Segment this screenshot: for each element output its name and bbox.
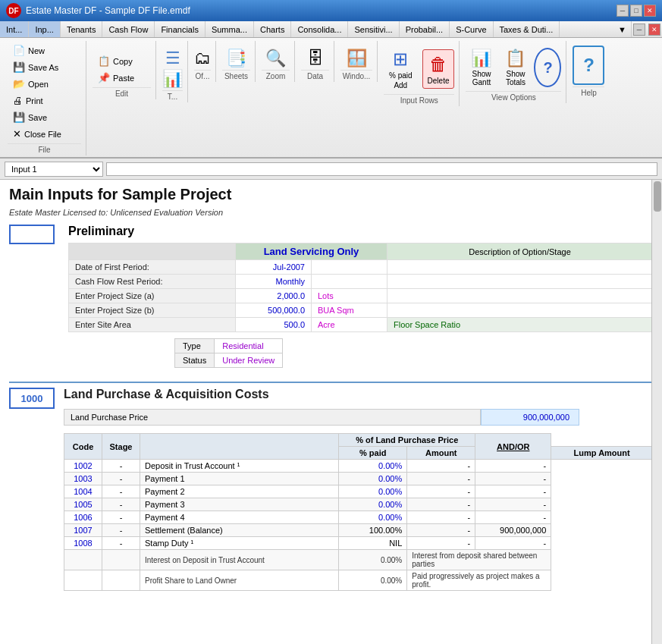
table-row: Cash Flow Rest Period: Monthly [69,275,653,289]
menu-taxes[interactable]: Taxes & Duti... [494,21,560,37]
window-group-label: Windo... [340,70,372,80]
paste-button[interactable]: 📌 Paste [93,70,140,86]
of-icon[interactable]: 📊 [162,69,183,89]
menu-int[interactable]: Int... [0,21,29,37]
title-bar: DF Estate Master DF - Sample DF File.emd… [0,0,662,21]
window-icon[interactable]: 🪟 [347,49,367,68]
copy-button[interactable]: 📋 Copy [93,53,138,69]
show-totals-button[interactable]: 📋 ShowTotals [500,46,531,90]
closefile-button[interactable]: ✕ Close File [8,126,67,142]
table-row: 1002 - Deposit in Trust Account ¹ 0.00% … [64,460,653,473]
add-row-button[interactable]: ⊞ % paid Add [384,46,418,93]
acquisition-table: Code Stage % of Land Purchase Price AND/… [64,433,653,591]
t-group-label: T... [162,90,183,101]
type-status-table: Type Residential Status Under Review [174,338,283,368]
table-row: Enter Site Area 500.0 Acre Floor Space R… [69,318,653,332]
delete-row-button[interactable]: 🗑 Delete [422,49,455,89]
title-bar-left: DF Estate Master DF - Sample DF File.emd… [6,3,190,18]
scrollbar-thumb[interactable] [654,181,661,212]
prelim-blank-input[interactable] [9,225,55,244]
viewoptions-group-label: View Options [466,91,561,102]
file-group-label: File [8,143,81,154]
of-btn[interactable]: 🗂 [194,49,211,68]
ribbon-group-viewoptions: 📊 ShowGantt 📋 ShowTotals ? View Options [461,41,566,103]
table-row: 1007 - Settlement (Balance) 100.00% - 90… [64,524,653,537]
save-button[interactable]: 💾 Save [8,109,52,125]
zoom-icon[interactable]: 🔍 [265,49,286,68]
t-icon[interactable]: ☰ [165,49,180,68]
new-button[interactable]: 📄 New [8,42,50,58]
sheets-group-label: Sheets [222,70,250,80]
page-title: Main Inputs for Sample Project [9,186,653,203]
totals-icon: 📋 [505,49,526,68]
col-stage: Stage [102,434,140,460]
restore-button[interactable]: □ [630,5,642,17]
app-title: Estate Master DF - Sample DF File.emdf [26,5,190,16]
ribbon-group-edit: 📋 Copy 📌 Paste Edit [88,41,156,99]
doc-minimize-button[interactable]: ─ [633,24,645,36]
table-row: 1005 - Payment 3 0.00% - - [64,498,653,511]
preliminary-table: Land Servicing Only Description of Optio… [68,243,653,332]
menu-financials[interactable]: Financials [155,21,206,37]
close-button[interactable]: ✕ [644,5,656,17]
pct-paid-header: % paid [339,447,407,460]
table-row: Status Under Review [175,353,283,368]
saveas-button[interactable]: 💾 Save As [8,59,64,75]
edit-group-label: Edit [93,87,151,98]
table-row: Type Residential [175,339,283,353]
closefile-icon: ✕ [13,128,21,140]
preliminary-title: Preliminary [68,225,653,238]
gantt-icon: 📊 [471,49,491,68]
pct-land-header: % of Land Purchase Price [339,434,475,447]
menu-charts[interactable]: Charts [254,21,291,37]
toolbar-area: Input 1 Input 2 Input 3 [0,159,662,180]
app-icon: DF [6,3,21,18]
menu-sensitivity[interactable]: Sensitivi... [348,21,399,37]
menu-scurve[interactable]: S-Curve [450,21,493,37]
save-icon: 💾 [13,112,25,123]
delete-label: Delete [428,77,450,85]
help-button[interactable]: ? [534,48,561,87]
menu-restore[interactable]: ▼ [613,21,632,37]
print-button[interactable]: 🖨 Print [8,93,49,108]
show-gantt-button[interactable]: 📊 ShowGantt [466,46,497,90]
amount-header: Amount [407,447,475,460]
add-label2: Add [394,81,407,90]
menu-consolidate[interactable]: Consolida... [291,21,348,37]
delete-icon: 🗑 [429,54,447,75]
table-row: Interest on Deposit in Trust Account 0.0… [64,550,653,570]
menu-summary[interactable]: Summa... [206,21,254,37]
doc-close-button[interactable]: ✕ [648,24,660,36]
add-icon: ⊞ [393,49,408,70]
saveas-icon: 💾 [13,61,25,73]
input-dropdown[interactable]: Input 1 Input 2 Input 3 [5,162,103,177]
title-bar-controls[interactable]: ─ □ ✕ [617,5,656,17]
cashflow-title-value: Land Servicing Only [236,243,387,260]
table-row: 1008 - Stamp Duty ¹ NIL - - [64,537,653,550]
sheets-icon[interactable]: 📑 [226,49,246,68]
ribbon-group-of: 🗂 Of... [190,41,216,82]
menu-tenants[interactable]: Tenants [61,21,103,37]
menu-inp[interactable]: Inp... [29,21,60,37]
section-number: 1000 [9,388,55,409]
add-label: % paid [389,71,413,80]
data-group-label: Data [301,70,329,80]
help-group-label: Help [573,86,604,97]
main-content: Main Inputs for Sample Project Estate Ma… [0,180,662,644]
open-button[interactable]: 📂 Open [8,76,54,92]
ribbon-group-file: 📄 New 💾 Save As 📂 Open 🖨 Print 💾 Save ✕ [3,41,86,156]
help-main-button[interactable]: ? [573,46,604,85]
inputrows-group-label: Input Rows [384,94,454,105]
menu-cashflow[interactable]: Cash Flow [102,21,155,37]
data-icon[interactable]: 🗄 [307,49,324,68]
input-field[interactable] [106,162,657,176]
menu-probability[interactable]: Probabil... [400,21,450,37]
vertical-scrollbar[interactable] [651,180,662,644]
open-icon: 📂 [13,78,25,90]
print-icon: 🖨 [13,95,23,106]
land-purchase-title: Land Purchase & Acquisition Costs [64,388,653,401]
table-row: Enter Project Size (b) 500,000.0 BUA Sqm [69,303,653,318]
table-row: 1006 - Payment 4 0.00% - - [64,511,653,524]
table-row: 1004 - Payment 2 0.00% - - [64,485,653,498]
minimize-button[interactable]: ─ [617,5,629,17]
